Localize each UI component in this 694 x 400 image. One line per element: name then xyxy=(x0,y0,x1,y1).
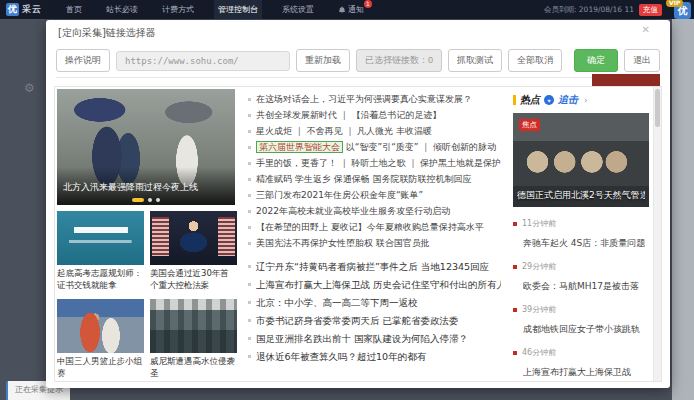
url-input[interactable] xyxy=(116,51,290,71)
bell-icon xyxy=(338,6,346,14)
card-thumbnail-basketball[interactable] xyxy=(57,299,144,353)
news-item[interactable]: 手里的饭，更香了！ ｜ 聆听土地之歌 ｜ 保护黑土地就是保护每个… xyxy=(247,155,501,171)
member-expiry-text: 会员到期: 2019/08/16 11 xyxy=(544,5,634,15)
hot-item-time: 46分钟前 xyxy=(513,347,649,358)
cancel-all-button[interactable]: 全部取消 xyxy=(508,49,562,72)
app-logo-icon[interactable]: 优 xyxy=(6,3,19,16)
hot-item-time: 11分钟前 xyxy=(513,218,649,229)
news-item[interactable]: 第六届世界智能大会 以“智变”引“质变” ｜ 倾听创新的脉动 xyxy=(247,139,501,155)
scrollbar-thumb[interactable] xyxy=(655,89,660,127)
card-thumbnail-venice[interactable] xyxy=(150,299,237,353)
news-item[interactable]: 星火成炬 ｜ 不舍再见 ｜ 凡人微光 丰收温暖 xyxy=(247,123,501,139)
news-item[interactable]: 精准赋码 学生返乡 保通保畅 国务院联防联控机制回应 xyxy=(247,171,501,187)
nav-menu: 首页 站长必读 计费方式 管理控制台 系统设置 通知 1 xyxy=(62,0,368,19)
accent-bar xyxy=(513,95,516,105)
hot-item[interactable]: 29分钟前欧委会：马航MH17是被击落 xyxy=(513,261,649,293)
hot-item-title[interactable]: 奔驰车起火 4S店：非质量问题 xyxy=(523,237,649,250)
close-icon[interactable]: ✕ xyxy=(642,24,650,35)
hot-item[interactable]: 46分钟前上海宣布打赢大上海保卫战 xyxy=(513,347,649,379)
confirm-button[interactable]: 确定 xyxy=(574,49,618,72)
news-item[interactable]: 三部门发布2021年住房公积金年度“账单” xyxy=(247,187,501,203)
news-item[interactable]: 辽宁丹东“持黄码者看病被拦”事件之后 当地12345回应 xyxy=(247,258,501,276)
photo-column: 北方入汛来最强降雨过程今夜上线 起底高考志愿规划师：证书交钱就能拿 美国会通过近… xyxy=(55,87,235,381)
news-item[interactable]: 美国宪法不再保护女性堕胎权 联合国官员批 xyxy=(247,235,501,251)
featured-image-pipeline[interactable]: 焦点 德国正式启用北溪2号天然气管道 xyxy=(513,113,649,207)
hot-item-time: 29分钟前 xyxy=(513,261,649,272)
card-caption[interactable]: 起底高考志愿规划师：证书交钱就能拿 xyxy=(57,268,144,292)
carousel-dot[interactable] xyxy=(156,198,160,202)
news-item[interactable]: 共创全球发展新时代 ｜ 【沿着总书记的足迹】 xyxy=(247,107,501,123)
test-capture-button[interactable]: 抓取测试 xyxy=(448,49,502,72)
focus-tag: 焦点 xyxy=(519,119,540,131)
notification-badge: 1 xyxy=(364,0,372,8)
nav-item-label: 通知 xyxy=(348,4,364,15)
reload-button[interactable]: 重新加载 xyxy=(296,49,350,72)
news-list: 在这场对话会上，习近平为何强调要真心实意谋发展？共创全球发展新时代 ｜ 【沿着总… xyxy=(247,91,501,366)
carousel-dot[interactable] xyxy=(148,198,152,202)
red-square-bullet xyxy=(513,351,517,355)
hot-label-left: 热点 xyxy=(520,93,540,107)
featured-caption[interactable]: 德国正式启用北溪2号天然气管道 xyxy=(517,189,645,202)
red-square-bullet xyxy=(513,308,517,312)
news-item[interactable]: 市委书记跻身省委常委两天后 已掌舵省委政法委 xyxy=(247,312,501,330)
nav-item-webmaster-guide[interactable]: 站长必读 xyxy=(102,0,142,19)
hot-label-right: 追击 xyxy=(558,93,578,107)
vip-badge: VIP xyxy=(666,0,683,7)
photo-grid: 起底高考志愿规划师：证书交钱就能拿 美国会通过近30年首个重大控枪法案 中国三人… xyxy=(57,211,235,382)
recharge-button[interactable]: 充值 xyxy=(639,4,662,16)
nav-item-settings[interactable]: 系统设置 xyxy=(278,0,318,19)
page-red-banner xyxy=(592,74,660,86)
content-scrollbar[interactable] xyxy=(653,87,661,381)
hero-image-rainstorm[interactable]: 北方入汛来最强降雨过程今夜上线 xyxy=(57,89,235,205)
nav-item-pricing[interactable]: 计费方式 xyxy=(158,0,198,19)
chevron-right-icon: › xyxy=(584,95,588,105)
hot-item[interactable]: 39分钟前成都地铁回应女子带小孩跳轨 xyxy=(513,304,649,336)
news-item[interactable]: 国足亚洲排名跌出前十 国家队建设为何陷入停滞？ xyxy=(247,330,501,348)
gear-icon: ⚙ xyxy=(24,81,35,95)
top-navbar: 优 采云 首页 站长必读 计费方式 管理控制台 系统设置 通知 1 会员到期: … xyxy=(0,0,694,19)
card-caption[interactable]: 美国会通过近30年首个重大控枪法案 xyxy=(150,268,237,292)
carousel-dot-active[interactable] xyxy=(132,198,144,202)
nav-item-home[interactable]: 首页 xyxy=(62,0,86,19)
card-thumbnail-exam[interactable] xyxy=(57,211,144,265)
sohu-page-frame: 北方入汛来最强降雨过程今夜上线 起底高考志愿规划师：证书交钱就能拿 美国会通过近… xyxy=(54,86,662,382)
carousel-dots xyxy=(57,198,235,202)
news-item[interactable]: 在这场对话会上，习近平为何强调要真心实意谋发展？ xyxy=(247,91,501,107)
underlying-page-strip xyxy=(672,19,694,400)
selected-link-highlight[interactable]: 第六届世界智能大会 xyxy=(256,141,343,153)
dialog-title: [定向采集]链接选择器 xyxy=(58,26,156,40)
red-square-bullet xyxy=(513,265,517,269)
card-caption[interactable]: 中国三人男篮止步小组赛 xyxy=(57,356,144,380)
hot-panel-header[interactable]: 热点 ✦ 追击 › xyxy=(513,93,649,107)
selector-toolbar: 操作说明 重新加载 已选择链接数：0 抓取测试 全部取消 确定 退出 xyxy=(56,44,660,78)
hot-item-time: 39分钟前 xyxy=(513,304,649,315)
hot-item[interactable]: 11分钟前奔驰车起火 4S店：非质量问题 xyxy=(513,218,649,250)
hot-panel: 热点 ✦ 追击 › 焦点 德国正式启用北溪2号天然气管道 11分钟前奔驰车起火 … xyxy=(513,87,653,381)
news-item[interactable]: 上海宣布打赢大上海保卫战 历史会记住坚守和付出的所有人 xyxy=(247,276,501,294)
selected-count-button: 已选择链接数：0 xyxy=(356,49,442,72)
news-item[interactable]: 退休近6年被查算久吗？超过10年的都有 xyxy=(247,348,501,366)
hot-item-list: 11分钟前奔驰车起火 4S店：非质量问题29分钟前欧委会：马航MH17是被击落3… xyxy=(513,218,649,379)
link-selector-dialog: [定向采集]链接选择器 ✕ 操作说明 重新加载 已选择链接数：0 抓取测试 全部… xyxy=(46,20,670,388)
vip-avatar[interactable]: 优 VIP xyxy=(674,2,691,19)
red-square-bullet xyxy=(513,222,517,226)
news-item[interactable]: 北京：中小学、高一高二等下周一返校 xyxy=(247,294,501,312)
news-item[interactable]: 【在希望的田野上 夏收记】今年夏粮收购总量保持高水平 xyxy=(247,219,501,235)
news-item[interactable]: 2022年高校未就业高校毕业生服务攻坚行动启动 xyxy=(247,203,501,219)
hot-item-title[interactable]: 成都地铁回应女子带小孩跳轨 xyxy=(523,323,649,336)
exit-button[interactable]: 退出 xyxy=(624,49,660,72)
hot-item-title[interactable]: 上海宣布打赢大上海保卫战 xyxy=(523,366,649,379)
nav-item-console[interactable]: 管理控制台 xyxy=(214,0,262,19)
nav-item-notifications[interactable]: 通知 1 xyxy=(334,0,368,19)
app-logo-text: 采云 xyxy=(22,3,42,16)
card-thumbnail-podium[interactable] xyxy=(150,211,237,265)
help-button[interactable]: 操作说明 xyxy=(56,49,110,72)
hot-target-icon: ✦ xyxy=(544,95,554,105)
card-caption[interactable]: 威尼斯遭遇高水位侵袭 圣 xyxy=(150,356,237,380)
hot-item-title[interactable]: 欧委会：马航MH17是被击落 xyxy=(523,280,649,293)
headline-column: 在这场对话会上，习近平为何强调要真心实意谋发展？共创全球发展新时代 ｜ 【沿着总… xyxy=(235,87,513,381)
